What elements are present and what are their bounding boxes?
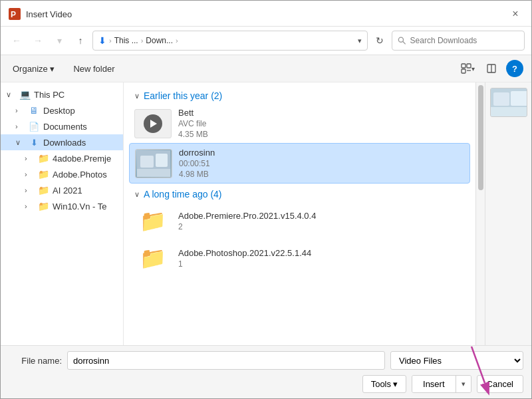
address-bar[interactable]: ⬇ › This ... › Down... › ▾ bbox=[92, 31, 368, 51]
new-folder-button[interactable]: New folder bbox=[69, 62, 118, 76]
file-meta-adobe-premiere: 2 bbox=[178, 222, 465, 231]
file-thumb-bett bbox=[134, 109, 172, 138]
svg-line-3 bbox=[403, 41, 406, 44]
cancel-button[interactable]: Cancel bbox=[477, 375, 523, 393]
help-button[interactable]: ? bbox=[506, 60, 523, 77]
sidebar-item-downloads[interactable]: ∨ ⬇ Downloads bbox=[1, 134, 123, 150]
sidebar-item-adobe-photos[interactable]: › 📁 Adobe.Photos bbox=[1, 166, 123, 182]
sidebar-item-documents[interactable]: › 📄 Documents bbox=[1, 118, 123, 134]
svg-rect-17 bbox=[511, 91, 527, 106]
file-info-adobe-photoshop: Adobe.Photoshop.2021.v22.5.1.44 1 bbox=[178, 248, 465, 269]
filename-row: File name: Video Files bbox=[9, 351, 523, 370]
sidebar-label-documents: Documents bbox=[43, 122, 118, 132]
svg-rect-6 bbox=[462, 69, 466, 73]
expand-arrow-downloads: ∨ bbox=[15, 138, 25, 147]
sidebar-label-this-pc: This PC bbox=[34, 90, 118, 100]
expand-arrow-win10: › bbox=[25, 202, 34, 210]
forward-button[interactable]: → bbox=[29, 31, 47, 50]
refresh-button[interactable]: ↻ bbox=[370, 31, 389, 50]
sidebar-label-downloads: Downloads bbox=[43, 138, 118, 148]
layout-button[interactable] bbox=[482, 59, 501, 78]
path-separator-3: › bbox=[176, 37, 178, 45]
title-bar: P Insert Video × bbox=[1, 1, 531, 27]
preview-image bbox=[491, 88, 527, 116]
tools-label: Tools bbox=[371, 379, 391, 389]
expand-arrow-adobe-photos: › bbox=[25, 170, 34, 178]
download-nav-icon: ⬇ bbox=[98, 35, 106, 46]
file-meta-bett-type: AVC file bbox=[178, 119, 465, 128]
toolbar-right: ▾ ? bbox=[458, 59, 523, 78]
file-name-adobe-photoshop: Adobe.Photoshop.2021.v22.5.1.44 bbox=[178, 248, 465, 258]
folder-adobe-premiere-icon: 📁 bbox=[140, 208, 166, 233]
play-icon-bett bbox=[144, 114, 162, 133]
organize-button[interactable]: Organize ▾ bbox=[9, 62, 59, 76]
dropdown-button[interactable]: ▾ bbox=[50, 31, 68, 50]
navigation-bar: ← → ▾ ↑ ⬇ › This ... › Down... › ▾ ↻ bbox=[1, 27, 531, 55]
file-info-adobe-premiere: Adobe.Premiere.Pro.2021.v15.4.0.4 2 bbox=[178, 211, 465, 231]
section-longtime-header[interactable]: ∨ A long time ago (4) bbox=[124, 184, 475, 202]
section-earlier-header[interactable]: ∨ Earlier this year (2) bbox=[124, 85, 475, 104]
svg-rect-11 bbox=[137, 169, 170, 177]
bottom-actions: Tools ▾ Insert ▾ Cancel bbox=[9, 375, 523, 393]
insert-button[interactable]: Insert bbox=[412, 376, 456, 392]
file-row-adobe-photoshop[interactable]: 📁 Adobe.Photoshop.2021.v22.5.1.44 1 bbox=[129, 239, 470, 277]
section-earlier-title: Earlier this year (2) bbox=[144, 90, 222, 101]
path-part-2: Down... bbox=[146, 36, 173, 45]
main-content: ∨ 💻 This PC › 🖥 Desktop › 📄 Documents ∨ … bbox=[1, 82, 531, 345]
tools-button[interactable]: Tools ▾ bbox=[362, 375, 406, 393]
folder-adobe-icon: 📁 bbox=[37, 169, 50, 180]
tools-arrow: ▾ bbox=[393, 379, 398, 389]
close-button[interactable]: × bbox=[507, 6, 523, 22]
file-name-bett: Bett bbox=[178, 108, 465, 118]
sidebar-label-adobe-photos: Adobe.Photos bbox=[53, 170, 118, 180]
preview-pane bbox=[485, 82, 531, 345]
insert-dropdown-button[interactable]: ▾ bbox=[456, 376, 471, 392]
svg-rect-13 bbox=[156, 154, 168, 167]
file-row-adobe-premiere[interactable]: 📁 Adobe.Premiere.Pro.2021.v15.4.0.4 2 bbox=[129, 202, 470, 239]
layout-icon bbox=[486, 63, 497, 74]
file-meta-bett-size: 4.35 MB bbox=[178, 130, 465, 139]
sidebar-label-desktop: Desktop bbox=[43, 106, 118, 116]
scrollbar[interactable] bbox=[475, 82, 485, 345]
sidebar-item-ai2021[interactable]: › 📁 AI 2021 bbox=[1, 182, 123, 198]
back-button[interactable]: ← bbox=[7, 31, 26, 50]
sidebar-label-win10: Win10.Vn - Te bbox=[53, 201, 118, 211]
insert-group-wrapper: Insert ▾ bbox=[412, 375, 471, 393]
path-dropdown-arrow[interactable]: ▾ bbox=[358, 37, 362, 45]
file-row-bett[interactable]: Bett AVC file 4.35 MB bbox=[129, 104, 470, 143]
sidebar-item-4adobe[interactable]: › 📁 4adobe.Premje bbox=[1, 150, 123, 166]
view-dropdown-arrow: ▾ bbox=[471, 65, 475, 72]
filename-input[interactable] bbox=[67, 351, 385, 370]
folder-win10-icon: 📁 bbox=[37, 201, 50, 211]
sidebar: ∨ 💻 This PC › 🖥 Desktop › 📄 Documents ∨ … bbox=[1, 82, 124, 345]
preview-thumbnail bbox=[490, 88, 527, 117]
svg-point-2 bbox=[398, 37, 403, 42]
sidebar-item-desktop[interactable]: › 🖥 Desktop bbox=[1, 102, 123, 118]
file-meta-dorrosinn-duration: 00:00:51 bbox=[179, 159, 464, 168]
video-preview-dorrosinn bbox=[136, 150, 172, 178]
file-name-adobe-premiere: Adobe.Premiere.Pro.2021.v15.4.0.4 bbox=[178, 211, 465, 221]
expand-arrow-documents: › bbox=[15, 122, 25, 130]
toolbar: Organize ▾ New folder ▾ ? bbox=[1, 55, 531, 82]
svg-text:P: P bbox=[11, 10, 16, 19]
filetype-select[interactable]: Video Files bbox=[390, 351, 523, 370]
downloads-icon: ⬇ bbox=[27, 137, 41, 148]
svg-rect-12 bbox=[140, 156, 154, 168]
computer-icon: 💻 bbox=[18, 89, 31, 100]
chevron-earlier: ∨ bbox=[134, 92, 140, 100]
file-meta-adobe-photoshop: 1 bbox=[178, 259, 465, 269]
insert-button-group: Insert ▾ bbox=[412, 375, 471, 393]
expand-arrow-ai2021: › bbox=[25, 186, 34, 194]
sidebar-item-win10[interactable]: › 📁 Win10.Vn - Te bbox=[1, 198, 123, 214]
powerpoint-icon: P bbox=[9, 8, 21, 20]
path-part-1: This ... bbox=[114, 36, 138, 45]
file-row-dorrosinn[interactable]: dorrosinn 00:00:51 4.98 MB bbox=[129, 143, 470, 184]
up-button[interactable]: ↑ bbox=[71, 31, 90, 50]
view-toggle-button[interactable]: ▾ bbox=[458, 59, 477, 78]
search-box[interactable] bbox=[392, 31, 525, 51]
sidebar-item-this-pc[interactable]: ∨ 💻 This PC bbox=[1, 86, 123, 102]
svg-rect-16 bbox=[493, 92, 509, 106]
search-input[interactable] bbox=[410, 36, 519, 45]
svg-rect-15 bbox=[491, 107, 527, 116]
file-area: ∨ Earlier this year (2) Bett AVC file 4.… bbox=[124, 82, 475, 345]
